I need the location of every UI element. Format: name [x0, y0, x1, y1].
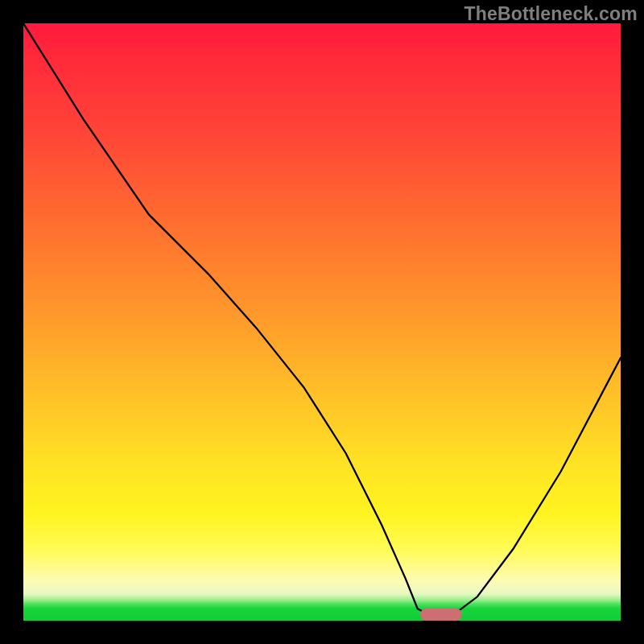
plot-area [23, 23, 621, 621]
watermark-text: TheBottleneck.com [464, 3, 638, 25]
optimal-marker [420, 609, 462, 621]
chart-frame: TheBottleneck.com [0, 0, 644, 644]
bottleneck-curve [23, 23, 621, 621]
curve-path [23, 23, 621, 615]
